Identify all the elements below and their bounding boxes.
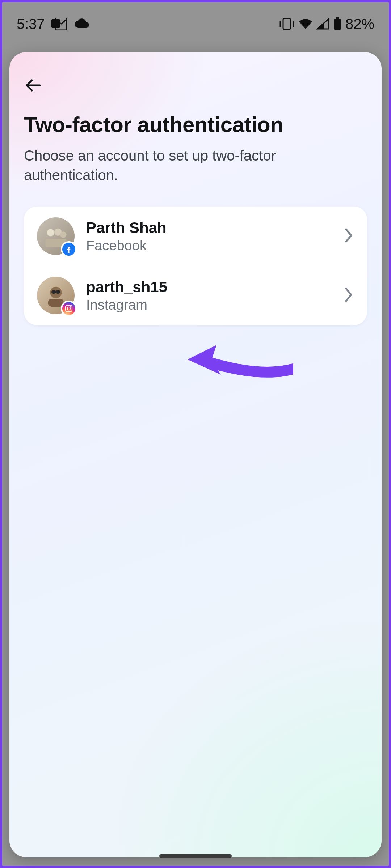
account-row-facebook[interactable]: Parth Shah Facebook (24, 207, 367, 266)
arrow-left-icon (24, 76, 43, 95)
account-name: Parth Shah (86, 219, 332, 237)
two-factor-sheet: Two-factor authentication Choose an acco… (9, 52, 382, 857)
avatar (37, 217, 75, 255)
svg-point-10 (60, 231, 66, 238)
back-button[interactable] (20, 72, 46, 98)
chevron-right-icon (343, 286, 354, 305)
account-row-instagram[interactable]: parth_sh15 Instagram (24, 266, 367, 325)
svg-point-17 (67, 307, 70, 310)
svg-point-14 (55, 290, 60, 294)
chevron-right-icon (343, 227, 354, 245)
svg-point-8 (47, 229, 54, 236)
page-subtitle: Choose an account to set up two-factor a… (24, 146, 350, 185)
annotation-arrow-icon (185, 341, 293, 381)
avatar (37, 277, 75, 314)
account-name: parth_sh15 (86, 278, 332, 296)
facebook-badge-icon (61, 241, 77, 257)
svg-point-13 (51, 290, 56, 294)
instagram-badge-icon (61, 301, 77, 316)
account-platform: Facebook (86, 238, 332, 254)
gesture-bar[interactable] (159, 854, 232, 858)
accounts-card: Parth Shah Facebook (24, 207, 367, 325)
svg-point-18 (70, 306, 71, 307)
account-platform: Instagram (86, 297, 332, 313)
page-title: Two-factor authentication (24, 112, 367, 137)
